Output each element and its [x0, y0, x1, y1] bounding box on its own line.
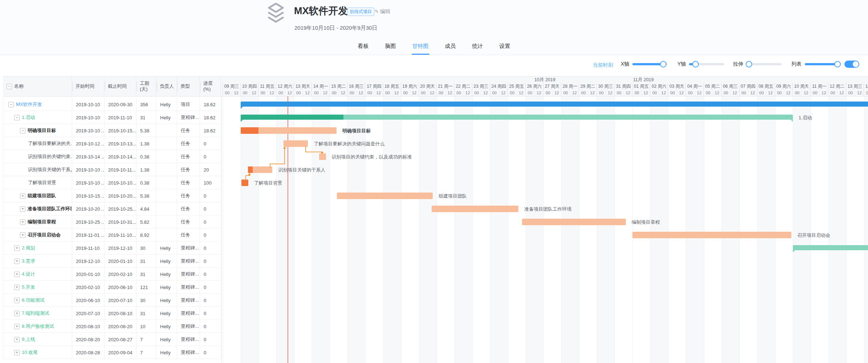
- slider-Y轴[interactable]: [689, 63, 724, 65]
- task-cell: 2020-09-04: [105, 346, 136, 359]
- timeline-day: 30 周三0012: [596, 83, 614, 96]
- expand-toggle[interactable]: +: [20, 219, 25, 225]
- day-gridline: [526, 96, 526, 363]
- expand-toggle[interactable]: −: [20, 128, 25, 133]
- timeline-day: 27 周天0012: [543, 83, 561, 96]
- column-resize-handle[interactable]: [105, 82, 105, 91]
- day-gridline: [330, 96, 330, 363]
- timeline-day-label: 27 周天: [543, 83, 561, 90]
- task-name-link[interactable]: 2.规划: [22, 245, 35, 251]
- column-resize-handle[interactable]: [156, 82, 157, 91]
- expand-toggle[interactable]: +: [14, 259, 20, 264]
- task-name-cell: 识别项目关键的干系人: [3, 163, 72, 176]
- gantt-bar-phase[interactable]: [793, 245, 868, 250]
- timeline-half-12: 12: [641, 90, 650, 96]
- current-time-button[interactable]: 当前时刻: [593, 62, 613, 69]
- expand-toggle[interactable]: +: [14, 311, 20, 316]
- tab-统计[interactable]: 统计: [472, 40, 484, 55]
- slider-列表[interactable]: [805, 63, 840, 65]
- gantt-bar-project[interactable]: [241, 102, 868, 107]
- slider-thumb[interactable]: [746, 61, 752, 67]
- timeline-half-12: 12: [588, 90, 596, 96]
- tab-甘特图[interactable]: 甘特图: [412, 40, 429, 55]
- expand-toggle[interactable]: +: [14, 324, 20, 329]
- gantt-bar-task[interactable]: [248, 166, 273, 173]
- task-cell: 100: [200, 176, 221, 189]
- day-gridline: [650, 96, 651, 363]
- task-name-link: 了解项目背景: [28, 180, 56, 186]
- expand-toggle[interactable]: +: [14, 272, 20, 277]
- task-name-link[interactable]: 1.启动: [22, 114, 35, 121]
- task-name-link[interactable]: 4.设计: [22, 271, 35, 277]
- expand-toggle[interactable]: +: [20, 206, 25, 212]
- task-cell: 2019-12-10: [105, 242, 136, 255]
- gantt-bar-task[interactable]: [319, 153, 326, 160]
- expand-toggle[interactable]: +: [14, 337, 20, 342]
- expand-toggle[interactable]: +: [14, 350, 20, 355]
- expand-toggle[interactable]: −: [8, 102, 14, 107]
- gantt-bar-task[interactable]: [632, 232, 791, 238]
- expand-toggle[interactable]: +: [20, 193, 25, 199]
- task-name-link[interactable]: 8.用户验收测试: [22, 323, 54, 330]
- column-resize-handle[interactable]: [136, 82, 137, 91]
- expand-toggle[interactable]: +: [14, 246, 20, 251]
- timeline-day: 11 周一0012: [810, 83, 828, 96]
- gantt-bar-phase[interactable]: [241, 115, 793, 120]
- slider-thumb[interactable]: [660, 61, 667, 67]
- timeline-day-label: 22 周二: [455, 83, 472, 90]
- slider-拉伸[interactable]: [746, 63, 782, 65]
- task-name-link[interactable]: 5.开发: [22, 284, 35, 290]
- expand-toggle[interactable]: +: [14, 298, 20, 303]
- timeline-day-label: 24 周四: [490, 83, 508, 90]
- gantt-bar-task[interactable]: [432, 206, 518, 212]
- gantt-bar-label: 组建项目团队: [439, 193, 467, 199]
- slider-thumb[interactable]: [834, 61, 841, 67]
- gantt-bar-task[interactable]: [241, 180, 248, 186]
- gantt-bar-task[interactable]: [337, 193, 433, 199]
- task-name-link[interactable]: 10.收尾: [22, 349, 38, 356]
- timeline-day: 25 周五0012: [508, 83, 525, 96]
- task-cell: 1.38: [136, 137, 156, 150]
- collapse-all-toggle[interactable]: −: [7, 84, 12, 89]
- bar-end-tail: [790, 119, 793, 122]
- expand-toggle[interactable]: +: [20, 232, 25, 238]
- tab-设置[interactable]: 设置: [499, 40, 511, 55]
- column-resize-handle[interactable]: [177, 82, 178, 91]
- slider-X轴[interactable]: [632, 63, 668, 65]
- tab-看板[interactable]: 看板: [357, 40, 370, 55]
- gantt-bar-task[interactable]: [241, 127, 337, 134]
- slider-thumb[interactable]: [692, 61, 699, 67]
- timeline-day: 05 周二0012: [704, 83, 721, 96]
- task-name-link[interactable]: 6.功能测试: [22, 297, 45, 304]
- name-wrap: +9.上线: [14, 336, 35, 343]
- column-header-6: 进度(%): [200, 77, 221, 96]
- task-name-link[interactable]: 9.上线: [22, 336, 35, 343]
- column-resize-handle[interactable]: [200, 82, 201, 91]
- expand-toggle[interactable]: −: [14, 115, 20, 120]
- slider-label: 列表: [791, 61, 802, 67]
- column-resize-handle[interactable]: [72, 82, 73, 91]
- task-name-link: 组建项目团队: [28, 193, 56, 199]
- tab-成员[interactable]: 成员: [444, 40, 457, 55]
- timeline-day-label: 05 周二: [704, 83, 721, 90]
- task-name-link[interactable]: MX软件开发: [16, 101, 42, 108]
- gantt-bar-label: 识别项目的关键约束，以及成功的标准: [332, 154, 412, 160]
- timeline-half-00: 00: [437, 90, 445, 96]
- edit-button[interactable]: ✎编辑: [375, 8, 390, 15]
- timeline-day-label: 13 周三: [846, 83, 864, 90]
- name-wrap: +3.需求: [14, 258, 35, 264]
- name-wrap: 了解项目背景: [28, 180, 56, 186]
- task-cell: 5.38: [136, 124, 156, 137]
- gantt-bar-task[interactable]: [284, 140, 308, 147]
- tab-脑图[interactable]: 脑图: [384, 40, 397, 55]
- slider-group-列表: 列表: [791, 61, 840, 67]
- task-name-link[interactable]: 7.端到端测试: [22, 310, 49, 317]
- timeline-half-00: 00: [276, 90, 285, 96]
- task-name-link[interactable]: 3.需求: [22, 258, 35, 264]
- table-row: 了解项目要解决的关...2019-10-12 ...2019-10-13...1…: [3, 137, 221, 150]
- timeline-day: 14 周一0012: [311, 83, 329, 96]
- list-toggle-switch[interactable]: [844, 61, 859, 68]
- timeline-half-12: 12: [694, 90, 703, 96]
- expand-toggle[interactable]: +: [14, 285, 20, 290]
- gantt-bar-task[interactable]: [522, 219, 626, 225]
